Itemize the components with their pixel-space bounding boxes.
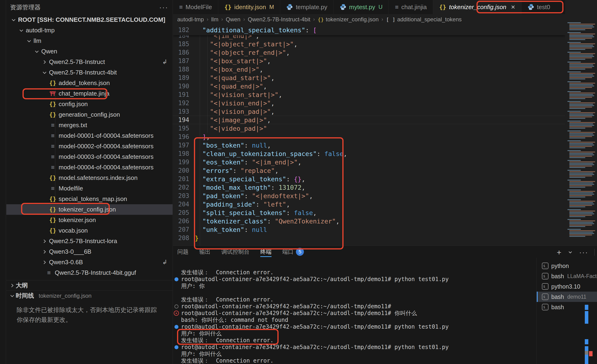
tab-chat-jinjia[interactable]: ≡chat.jinjia — [389, 0, 433, 14]
curved-arrow-icon: ↳ — [162, 258, 167, 266]
terminal-list-item-python3.10[interactable]: $_python3.10 — [537, 281, 597, 292]
tree-item-label: Qwen2.5-7B-Instruct-4bit — [49, 69, 117, 76]
minimap-line — [569, 133, 593, 134]
breadcrumb-item-llm[interactable]: llm — [211, 16, 219, 23]
outline-section-header[interactable]: 大纲 — [6, 280, 173, 290]
tree-item-vocab-json[interactable]: {}vocab.json — [6, 225, 173, 236]
tab-test0[interactable]: test0 — [521, 0, 556, 14]
terminal-list-item-python[interactable]: $_python — [537, 261, 597, 271]
tree-item-chat-template-jinja[interactable]: chat_template.jinja — [6, 88, 173, 99]
minimap-line — [569, 185, 592, 186]
minimap-line — [569, 92, 595, 93]
minimap-line — [567, 229, 581, 230]
tree-item-modelfile[interactable]: ≡Modelfile — [6, 183, 173, 194]
breadcrumb-item-autodl-tmp[interactable]: autodl-tmp — [177, 16, 204, 23]
minimap-block — [567, 121, 597, 129]
tree-item-qwen2-5-7b-instruct-lora[interactable]: Qwen2.5-7B-Instruct-lora — [6, 236, 173, 246]
indent-guide — [55, 78, 55, 236]
code-text: "clean_up_tokenization_spaces": false, — [189, 150, 347, 157]
code-text: "<|quad_start|>", — [189, 74, 275, 82]
code-text: "<|box_end|>", — [189, 66, 263, 73]
minimap-line — [569, 137, 585, 138]
minimap-line — [569, 105, 594, 106]
close-icon[interactable]: × — [511, 3, 515, 11]
panel-tab-调试控制台[interactable]: 调试控制台 — [221, 246, 250, 258]
tree-item-label: generation_config.json — [59, 111, 120, 118]
more-actions-icon[interactable]: ··· — [159, 3, 168, 11]
tree-item-autodl-tmp[interactable]: autodl-tmp — [6, 25, 173, 36]
tree-item-model-00001-of-00004-safetensors[interactable]: ≡model-00001-of-00004.safetensors — [6, 130, 173, 141]
tree-item-tokenizer-config-json[interactable]: {}tokenizer_config.json — [6, 204, 173, 215]
tree-item-model-00004-of-00004-safetensors[interactable]: ≡model-00004-of-00004.safetensors — [6, 162, 173, 173]
code-editor[interactable]: 184"<|im_end|>",185"<|object_ref_start|>… — [173, 25, 565, 245]
tab-tokenizer-config-json[interactable]: {}tokenizer_config.json× — [433, 0, 521, 14]
tree-item-model-00003-of-00004-safetensors[interactable]: ≡model-00003-of-00004.safetensors — [6, 152, 173, 162]
chevron-down-icon — [41, 69, 47, 76]
terminal-desc: demo11 — [567, 294, 586, 300]
terminal-list-item-bash-LLaMA-Facto[interactable]: $_bashLLaMA-Facto — [537, 271, 597, 281]
tree-item-qwen3-0-6b[interactable]: Qwen3-0.6B↳ — [6, 257, 173, 267]
tree-item-added-tokens-json[interactable]: {}added_tokens.json — [6, 78, 173, 88]
minimap-line — [569, 88, 585, 89]
minimap-line — [569, 114, 593, 114]
panel-tab-问题[interactable]: 问题 — [177, 246, 189, 258]
tree-item-config-json[interactable]: {}config.json — [6, 99, 173, 109]
tab-template-py[interactable]: template.py — [280, 0, 333, 14]
tree-item-llm[interactable]: llm — [6, 36, 173, 46]
terminal-output[interactable]: 发生错误： Connection error.root@autodl-conta… — [173, 269, 527, 364]
command-success-icon — [174, 325, 178, 329]
tree-item-model-safetensors-index-json[interactable]: {}model.safetensors.index.json — [6, 173, 173, 183]
tree-item-generation-config-json[interactable]: {}generation_config.json — [6, 109, 173, 120]
breadcrumb-item-additional-special-tokens[interactable]: [ ]additional_special_tokens — [386, 16, 462, 23]
tab-identity-json[interactable]: {}identity.jsonM — [218, 0, 280, 14]
timeline-section-header[interactable]: 时间线 tokenizer_config.json — [6, 290, 173, 301]
tree-item-special-tokens-map-json[interactable]: {}special_tokens_map.json — [6, 194, 173, 204]
indent-guide — [200, 35, 200, 245]
tab-mytest-py[interactable]: mytest.pyU — [334, 0, 389, 14]
json-icon: {} — [439, 4, 446, 11]
tab-label: identity.json — [234, 4, 266, 11]
panel-tab-终端[interactable]: 终端 — [260, 246, 272, 258]
tree-item-label: Qwen2.5-7B-Instruct — [49, 58, 105, 66]
tree-item-qwen2-5-7b-instruct[interactable]: Qwen2.5-7B-Instruct↳ — [6, 57, 173, 67]
tree-item-merges-txt[interactable]: ≡merges.txt — [6, 120, 173, 130]
chevron-separator-icon: › — [243, 16, 245, 23]
curved-arrow-icon: ↳ — [162, 58, 167, 66]
chevron-down-icon — [26, 38, 32, 44]
tree-item-qwen[interactable]: Qwen — [6, 46, 173, 57]
minimap-line — [569, 184, 594, 185]
tree-item-qwen3-0-6b[interactable]: Qwen3-0___6B — [6, 246, 173, 257]
minimap-line — [569, 38, 592, 39]
terminal-dropdown-chevron-icon[interactable] — [567, 250, 573, 255]
tree-item-qwen2-5-7b-instruct-4bit-gguf[interactable]: ≡Qwen2.5-7B-Instruct-4bit.gguf — [6, 267, 173, 278]
tree-item-root-ssh-connect-nmb2-seetacloud-com-[interactable]: ROOT [SSH: CONNECT.NMB2.SEETACLOUD.COM] — [6, 15, 173, 25]
terminal-list-item-bash[interactable]: $_bash — [537, 302, 597, 312]
tree-item-label: model-00004-of-00004.safetensors — [59, 164, 154, 171]
tab-label: mytest.py — [349, 4, 375, 11]
tree-item-tokenizer-json[interactable]: {}tokenizer.json — [6, 215, 173, 225]
breadcrumb-item-qwen2-5-7b-instruct-4bit[interactable]: Qwen2.5-7B-Instruct-4bit — [248, 16, 310, 23]
minimap-line — [569, 116, 592, 117]
minimap-line — [569, 235, 592, 235]
tree-item-model-00002-of-00004-safetensors[interactable]: ≡model-00002-of-00004.safetensors — [6, 141, 173, 152]
minimap-line — [569, 154, 594, 155]
sticky-scroll-line[interactable]: 182"additional_special_tokens": [ — [173, 25, 565, 35]
minimap[interactable] — [565, 0, 597, 245]
minimap-block — [567, 71, 597, 79]
tree-item-qwen2-5-7b-instruct-4bit[interactable]: Qwen2.5-7B-Instruct-4bit — [6, 67, 173, 78]
terminal-line: 发生错误： Connection error. — [173, 269, 527, 276]
terminal-line: bash: 你叫什么: command not found — [173, 317, 527, 324]
terminal-icon: $_ — [542, 263, 549, 269]
terminal-list-item-bash-demo11[interactable]: $_bashdemo11 — [537, 292, 597, 302]
breadcrumb-item-tokenizer-config-json[interactable]: {}tokenizer_config.json — [318, 16, 379, 23]
minimap-block — [567, 140, 597, 148]
panel-tab-端口[interactable]: 端口5 — [282, 246, 304, 258]
new-terminal-button[interactable]: + — [557, 248, 561, 257]
code-line-188: 188"<|box_end|>", — [173, 65, 565, 74]
tab-modelfile[interactable]: ≡ModelFile — [173, 0, 218, 14]
panel-tab-label: 调试控制台 — [221, 248, 250, 256]
minimap-line — [569, 173, 593, 174]
panel-tab-输出[interactable]: 输出 — [199, 246, 211, 258]
minimap-block — [567, 180, 597, 188]
breadcrumb-item-qwen[interactable]: Qwen — [226, 16, 241, 23]
